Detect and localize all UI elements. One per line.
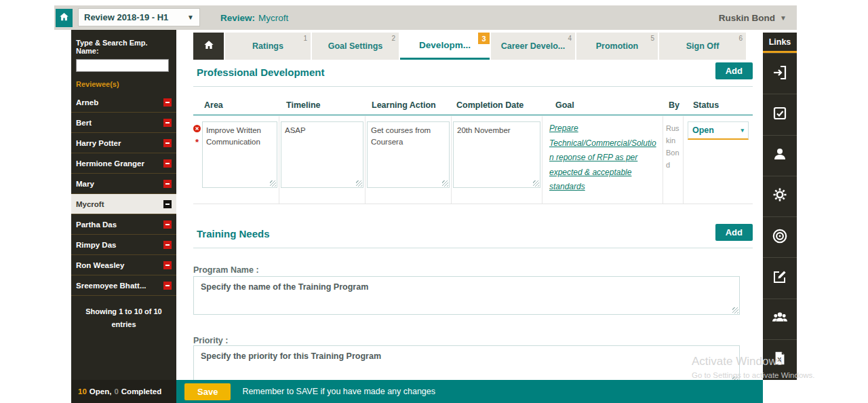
- employee-name: Rimpy Das: [76, 241, 116, 249]
- caret-down-icon: ▾: [741, 127, 744, 134]
- resize-handle[interactable]: [533, 180, 539, 187]
- home-icon: [59, 12, 69, 24]
- checklist-link[interactable]: [763, 94, 797, 134]
- add-development-button[interactable]: Add: [715, 62, 753, 79]
- timeline-textarea[interactable]: ASAP: [281, 121, 363, 188]
- status-flag-icon[interactable]: [163, 180, 172, 188]
- resize-handle[interactable]: [442, 180, 448, 187]
- sidebar-footer: 10 Open, 0 Completed: [71, 380, 176, 403]
- review-employee-name: Mycroft: [258, 13, 288, 23]
- settings-link[interactable]: [763, 176, 797, 216]
- employee-row[interactable]: Harry Potter: [71, 133, 176, 153]
- completion-date-textarea[interactable]: 20th November: [453, 121, 540, 188]
- employee-row[interactable]: Sreemoyee Bhatt...: [71, 275, 176, 296]
- add-training-button[interactable]: Add: [715, 224, 753, 241]
- review-period-select[interactable]: Review 2018-19 - H1 ▼: [78, 8, 200, 26]
- goals-link[interactable]: [763, 216, 797, 257]
- employee-row[interactable]: Rimpy Das: [71, 235, 176, 255]
- pagination-info: Showing 1 to 10 of 10 entries: [71, 305, 176, 330]
- chevron-down-icon: ▼: [187, 14, 194, 21]
- completed-label: Completed: [121, 387, 161, 396]
- user-name: Ruskin Bond: [719, 13, 775, 23]
- tab-label: Career Develo...: [501, 41, 566, 51]
- status-flag-icon[interactable]: [163, 98, 172, 107]
- professional-development-header: Professional Development Add: [193, 61, 753, 87]
- tab-number: 4: [568, 35, 572, 42]
- status-flag-icon[interactable]: [163, 119, 172, 127]
- save-button[interactable]: Save: [184, 383, 231, 400]
- cell-learning-action: Get courses from Coursera: [366, 116, 452, 204]
- program-name-textarea[interactable]: [193, 276, 740, 315]
- save-reminder-message: Remember to SAVE if you have made any ch…: [242, 387, 435, 396]
- employee-row[interactable]: Partha Das: [71, 214, 176, 235]
- export-link[interactable]: X: [763, 339, 797, 380]
- tab-home[interactable]: [193, 33, 224, 60]
- tab-sign-off[interactable]: Sign Off 6: [659, 33, 746, 60]
- team-link[interactable]: [763, 299, 797, 339]
- chevron-down-icon: ▼: [780, 14, 787, 22]
- open-label: Open,: [90, 387, 112, 396]
- status-flag-icon[interactable]: [163, 261, 172, 269]
- tab-career-development[interactable]: Career Develo... 4: [491, 33, 575, 60]
- employee-row[interactable]: Bert: [71, 113, 176, 133]
- employee-name: Bert: [76, 119, 92, 127]
- employee-name: Hermione Granger: [76, 159, 144, 168]
- status-flag-icon[interactable]: [163, 139, 172, 147]
- sign-in-icon: [772, 64, 788, 83]
- status-value: Open: [692, 126, 714, 135]
- resize-handle[interactable]: [356, 180, 362, 187]
- remove-row-icon[interactable]: [193, 123, 201, 135]
- tab-promotion[interactable]: Promotion 5: [576, 33, 658, 60]
- review-period-value: Review 2018-19 - H1: [84, 12, 168, 22]
- by-value: Ruskin Bond: [666, 124, 679, 169]
- employee-sidebar: Type & Search Emp. Name: Reviewee(s) Arn…: [71, 30, 176, 380]
- employee-row-selected[interactable]: Mycroft: [71, 194, 176, 214]
- tab-goal-settings[interactable]: Goal Settings 2: [312, 33, 399, 60]
- tab-development[interactable]: Developm... 3: [400, 33, 490, 60]
- area-textarea[interactable]: Improve Written Communication: [202, 121, 277, 188]
- status-flag-icon[interactable]: [163, 220, 172, 229]
- status-flag-icon[interactable]: [163, 159, 172, 168]
- status-flag-icon[interactable]: [163, 200, 172, 208]
- learning-action-textarea[interactable]: Get courses from Coursera: [367, 121, 450, 188]
- employee-row[interactable]: Arneb: [71, 92, 176, 113]
- user-icon: [772, 146, 788, 165]
- priority-textarea[interactable]: [193, 345, 740, 380]
- tab-ratings[interactable]: Ratings 1: [225, 33, 311, 60]
- cell-completion-date: 20th November: [452, 116, 542, 204]
- column-header-status: Status: [684, 100, 753, 110]
- tab-number: 2: [391, 35, 395, 42]
- review-title: Review: Mycroft: [220, 5, 288, 30]
- resize-handle[interactable]: [732, 307, 738, 313]
- column-header-completion-date: Completion Date: [452, 100, 542, 110]
- review-label: Review:: [220, 13, 255, 23]
- employee-row[interactable]: Hermione Granger: [71, 153, 176, 174]
- sign-in-link[interactable]: [763, 53, 797, 94]
- goal-link[interactable]: Prepare Technical/Commercial/Solution re…: [549, 121, 657, 195]
- edit-icon: [772, 269, 788, 288]
- employee-row[interactable]: Mary: [71, 174, 176, 194]
- cell-timeline: ASAP: [279, 116, 366, 204]
- user-menu[interactable]: Ruskin Bond ▼: [719, 5, 787, 30]
- resize-handle[interactable]: [270, 180, 276, 187]
- links-title: Links: [763, 33, 797, 53]
- status-flag-icon[interactable]: [163, 282, 172, 290]
- employee-search-input[interactable]: [76, 59, 169, 72]
- employee-name: Mycroft: [76, 200, 104, 208]
- employee-row[interactable]: Ron Weasley: [71, 255, 176, 275]
- status-select[interactable]: Open ▾: [688, 121, 749, 140]
- target-icon: [771, 227, 789, 248]
- top-bar: Review 2018-19 - H1 ▼ Review: Mycroft Ru…: [54, 5, 797, 30]
- section-title: Professional Development: [197, 66, 324, 78]
- employee-name: Arneb: [76, 98, 98, 107]
- open-count: 10: [78, 387, 87, 396]
- cell-goal: Prepare Technical/Commercial/Solution re…: [542, 116, 663, 204]
- home-button[interactable]: [56, 9, 73, 27]
- employee-name: Partha Das: [76, 220, 117, 229]
- edit-link[interactable]: [763, 257, 797, 298]
- status-flag-icon[interactable]: [163, 241, 172, 249]
- tab-label: Goal Settings: [328, 41, 383, 51]
- profile-link[interactable]: [763, 135, 797, 176]
- column-header-goal: Goal: [542, 100, 663, 110]
- tab-label: Ratings: [252, 41, 283, 51]
